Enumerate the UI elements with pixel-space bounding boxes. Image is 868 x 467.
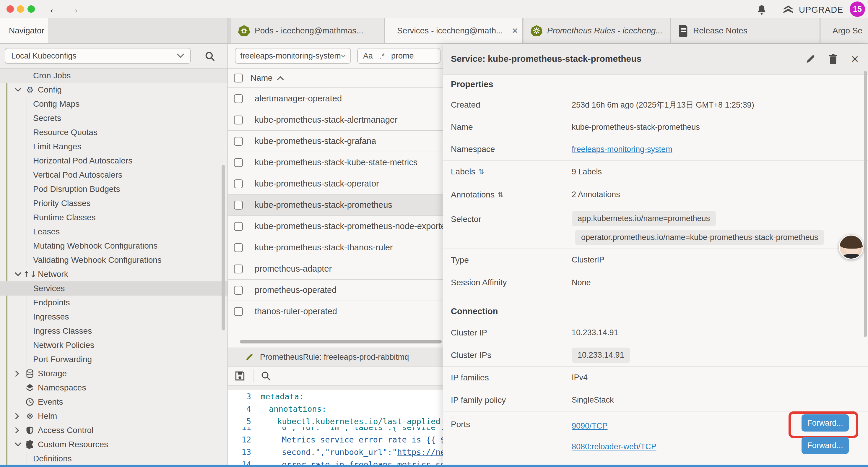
yaml-url-link: https://net bbox=[397, 447, 443, 457]
sort-asc-icon[interactable] bbox=[277, 76, 284, 80]
kubeconfig-select[interactable]: Local Kubeconfigs bbox=[5, 48, 191, 64]
sidebar-item-leases[interactable]: Leases bbox=[0, 225, 227, 239]
sidebar-item-priority-classes[interactable]: Priority Classes bbox=[0, 196, 227, 210]
editor-tab-prometheusrule[interactable]: PrometheusRule: freeleaps-prod-rabbitmq bbox=[228, 348, 437, 366]
close-panel-icon[interactable]: ✕ bbox=[851, 53, 860, 65]
chevron-expanded-icon[interactable] bbox=[15, 442, 21, 447]
list-search-input[interactable]: Aa .* prome bbox=[357, 48, 440, 64]
sidebar-item-ingress-classes[interactable]: Ingress Classes bbox=[0, 324, 227, 338]
tab-prometheus-rules[interactable]: Prometheus Rules - icecheng... bbox=[524, 18, 671, 43]
sidebar-item-secrets[interactable]: Secrets bbox=[0, 111, 227, 125]
service-row[interactable]: kube-prometheus-stack-alertmanager bbox=[228, 109, 443, 130]
match-case-toggle[interactable]: Aa bbox=[363, 52, 373, 61]
service-row[interactable]: kube-prometheus-stack-grafana bbox=[228, 130, 443, 152]
delete-trash-icon[interactable] bbox=[829, 54, 838, 64]
row-checkbox[interactable] bbox=[234, 286, 243, 295]
expand-arrows-icon[interactable]: ⇅ bbox=[498, 191, 503, 199]
save-icon[interactable] bbox=[235, 371, 245, 381]
sidebar-item-ingresses[interactable]: Ingresses bbox=[0, 310, 227, 324]
editor-search-icon[interactable] bbox=[260, 371, 271, 381]
sidebar-scrollbar[interactable] bbox=[222, 165, 225, 330]
row-checkbox[interactable] bbox=[234, 243, 243, 252]
edit-pencil-icon[interactable] bbox=[805, 54, 815, 64]
update-count-badge[interactable]: 15 bbox=[850, 1, 865, 17]
forward-arrow-icon[interactable]: → bbox=[67, 2, 80, 16]
sidebar-item-port-forwarding[interactable]: Port Forwarding bbox=[0, 352, 227, 367]
close-window-button[interactable] bbox=[6, 5, 14, 13]
tab-pods[interactable]: Pods - icecheng@mathmas... bbox=[231, 18, 385, 43]
row-checkbox[interactable] bbox=[234, 158, 243, 167]
sidebar-item-pod-disruption-budgets[interactable]: Pod Disruption Budgets bbox=[0, 182, 227, 196]
service-row[interactable]: thanos-ruler-operated bbox=[228, 301, 443, 322]
sidebar-item-helm[interactable]: ☸ Helm bbox=[0, 409, 227, 423]
sidebar-search-icon[interactable] bbox=[205, 51, 216, 62]
minimize-window-button[interactable] bbox=[17, 5, 24, 13]
sidebar-item-limit-ranges[interactable]: Limit Ranges bbox=[0, 140, 227, 154]
sidebar-item-mutating-webhook-configurations[interactable]: Mutating Webhook Configurations bbox=[0, 239, 227, 253]
navigator-tab[interactable]: Navigator bbox=[0, 18, 48, 43]
forward-button-8080[interactable]: Forward... bbox=[802, 437, 849, 454]
notifications-bell-icon[interactable] bbox=[756, 4, 768, 16]
sidebar-item-config[interactable]: ⚙ Config bbox=[0, 83, 227, 97]
namespace-link[interactable]: freeleaps-monitoring-system bbox=[572, 145, 673, 154]
row-checkbox[interactable] bbox=[234, 116, 243, 124]
namespace-select[interactable]: freeleaps-monitoring-system bbox=[235, 48, 351, 64]
horizontal-scrollbar[interactable] bbox=[240, 340, 442, 344]
regex-toggle[interactable]: .* bbox=[379, 52, 385, 61]
row-checkbox[interactable] bbox=[234, 179, 243, 188]
upgrade-button[interactable]: UPGRADE bbox=[782, 4, 843, 16]
sidebar-item-cron-jobs[interactable]: Cron Jobs bbox=[0, 68, 227, 83]
row-checkbox[interactable] bbox=[234, 94, 243, 103]
back-arrow-icon[interactable]: ← bbox=[48, 2, 60, 16]
sidebar-item-events[interactable]: Events bbox=[0, 395, 227, 409]
close-tab-icon[interactable]: ✕ bbox=[512, 26, 518, 35]
service-row[interactable]: prometheus-adapter bbox=[228, 258, 443, 280]
sidebar-item-network[interactable]: ↑↓ Network bbox=[0, 267, 227, 282]
sidebar-item-custom-resources[interactable]: Custom Resources bbox=[0, 437, 227, 451]
sidebar-item-namespaces[interactable]: Namespaces bbox=[0, 381, 227, 395]
row-checkbox[interactable] bbox=[234, 137, 243, 146]
sidebar-item-access-control[interactable]: Access Control bbox=[0, 423, 227, 437]
tab-services[interactable]: Services - icecheng@math... ✕ bbox=[385, 18, 523, 43]
sidebar-item-network-policies[interactable]: Network Policies bbox=[0, 338, 227, 352]
row-checkbox[interactable] bbox=[234, 307, 243, 316]
service-row[interactable]: prometheus-operated bbox=[228, 280, 443, 301]
forward-button-9090[interactable]: Forward... bbox=[802, 414, 849, 432]
detail-scrollbar[interactable] bbox=[864, 71, 867, 337]
port-link-8080[interactable]: 8080:reloader-web/TCP bbox=[572, 442, 656, 451]
sidebar-item-runtime-classes[interactable]: Runtime Classes bbox=[0, 210, 227, 225]
zoom-window-button[interactable] bbox=[28, 5, 35, 13]
chevron-collapsed-icon[interactable] bbox=[15, 413, 20, 419]
chevron-expanded-icon[interactable] bbox=[15, 87, 21, 92]
expand-arrows-icon[interactable]: ⇅ bbox=[478, 168, 484, 176]
chevron-expanded-icon[interactable] bbox=[15, 272, 21, 276]
name-column-header[interactable]: Name bbox=[251, 73, 273, 83]
tab-argo[interactable]: Argo Se bbox=[821, 18, 868, 43]
service-row[interactable]: kube-prometheus-stack-prometheus-node-ex… bbox=[228, 216, 443, 237]
row-checkbox[interactable] bbox=[234, 201, 243, 209]
port-link-9090[interactable]: 9090/TCP bbox=[572, 421, 608, 431]
yaml-editor[interactable]: 3metadata: 4annotations: 5kubectl.kubern… bbox=[228, 390, 443, 465]
sidebar-item-definitions[interactable]: Definitions bbox=[0, 451, 227, 465]
service-row[interactable]: kube-prometheus-stack-thanos-ruler bbox=[228, 237, 443, 258]
sidebar-item-config-maps[interactable]: Config Maps bbox=[0, 97, 227, 111]
sidebar-item-vertical-pod-autoscalers[interactable]: Vertical Pod Autoscalers bbox=[0, 168, 227, 182]
sidebar-item-horizontal-pod-autoscalers[interactable]: Horizontal Pod Autoscalers bbox=[0, 154, 227, 168]
row-checkbox[interactable] bbox=[234, 222, 243, 231]
service-row-selected[interactable]: kube-prometheus-stack-prometheus bbox=[228, 195, 443, 216]
user-avatar[interactable] bbox=[839, 235, 864, 260]
service-row[interactable]: kube-prometheus-stack-kube-state-metrics bbox=[228, 152, 443, 173]
service-row[interactable]: kube-prometheus-stack-operator bbox=[228, 173, 443, 195]
service-row[interactable]: alertmanager-operated bbox=[228, 88, 443, 109]
chevron-collapsed-icon[interactable] bbox=[15, 427, 20, 434]
row-checkbox[interactable] bbox=[234, 265, 243, 273]
tab-release-notes[interactable]: Release Notes bbox=[671, 18, 820, 43]
sidebar-item-services[interactable]: Services bbox=[0, 282, 227, 296]
sidebar-item-resource-quotas[interactable]: Resource Quotas bbox=[0, 125, 227, 140]
sidebar-item-storage[interactable]: Storage bbox=[0, 367, 227, 381]
chevron-collapsed-icon[interactable] bbox=[15, 370, 20, 377]
sidebar-item-validating-webhook-configurations[interactable]: Validating Webhook Configurations bbox=[0, 253, 227, 267]
select-all-checkbox[interactable] bbox=[234, 74, 243, 83]
sidebar-item-endpoints[interactable]: Endpoints bbox=[0, 296, 227, 310]
editor-tab-next[interactable] bbox=[438, 348, 443, 366]
